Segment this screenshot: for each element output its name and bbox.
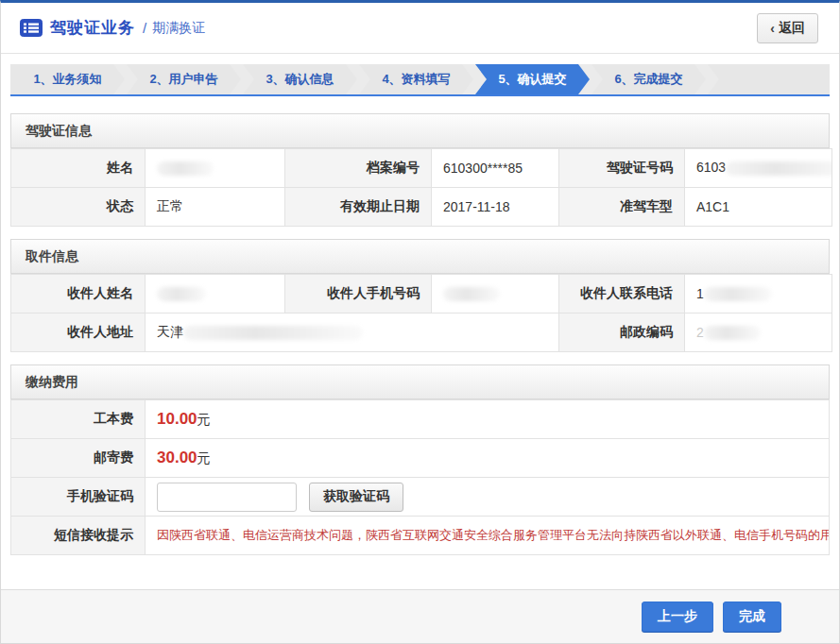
- expiry-date-label: 有效期止日期: [285, 188, 432, 227]
- back-button[interactable]: ‹ 返回: [757, 13, 818, 43]
- pickup-info-table: 收件人姓名 收件人手机号码 收件人联系电话 1 收件人地址 天津 邮政编码 2: [10, 274, 832, 352]
- redacted-recipient-phone: [704, 287, 772, 301]
- redacted-recipient-mobile: [443, 287, 500, 301]
- name-value: [146, 149, 285, 188]
- table-row: 收件人姓名 收件人手机号码 收件人联系电话 1: [11, 275, 832, 314]
- recipient-name-value: [146, 275, 285, 314]
- file-number-value: 610300****85: [432, 149, 559, 188]
- license-info-section: 驾驶证信息 姓名 档案编号 610300****85 驾驶证号码 6103〈 状…: [10, 113, 830, 227]
- file-number-label: 档案编号: [285, 149, 432, 188]
- vehicle-class-label: 准驾车型: [559, 188, 685, 227]
- step-4-fill-data[interactable]: 4、资料填写: [359, 64, 473, 94]
- fees-table: 工本费 10.00元 邮寄费 30.00元 手机验证码 获取验证码 短信接收提示…: [10, 399, 830, 555]
- table-row: 收件人地址 天津 邮政编码 2: [11, 314, 832, 352]
- sms-warning-text: 因陕西省联通、电信运营商技术问题，陕西省互联网交通安全综合服务管理平台无法向持陕…: [157, 519, 817, 551]
- recipient-phone-value: 1: [685, 275, 832, 314]
- footer-action-bar: 上一步 完成: [1, 589, 839, 643]
- step-6-complete-submit[interactable]: 6、完成提交: [591, 64, 706, 94]
- sms-code-cell: 获取验证码: [146, 478, 830, 517]
- fees-section-title: 缴纳费用: [10, 364, 830, 399]
- table-row: 手机验证码 获取验证码: [11, 478, 830, 517]
- license-number-label: 驾驶证号码: [559, 149, 685, 188]
- sms-code-label: 手机验证码: [11, 478, 146, 517]
- recipient-name-label: 收件人姓名: [11, 275, 146, 314]
- driver-license-service-page: 驾驶证业务 / 期满换证 ‹ 返回 1、业务须知 2、用户申告 3、确认信息 4…: [0, 0, 840, 644]
- get-sms-code-button[interactable]: 获取验证码: [309, 483, 403, 512]
- table-row: 姓名 档案编号 610300****85 驾驶证号码 6103〈: [11, 149, 832, 188]
- work-fee-label: 工本费: [11, 400, 146, 439]
- license-section-title: 驾驶证信息: [10, 113, 830, 148]
- back-chevron-icon: ‹: [770, 21, 775, 36]
- name-label: 姓名: [11, 149, 146, 188]
- step-5-confirm-submit[interactable]: 5、确认提交: [475, 64, 590, 94]
- page-title: 驾驶证业务: [50, 17, 135, 39]
- page-header: 驾驶证业务 / 期满换证 ‹ 返回: [1, 3, 839, 54]
- breadcrumb-current: 期满换证: [152, 20, 205, 37]
- step-1-business-notice[interactable]: 1、业务须知: [10, 64, 125, 94]
- redacted-recipient-address: [183, 326, 363, 340]
- work-fee-value: 10.00元: [146, 400, 830, 439]
- finish-button[interactable]: 完成: [723, 602, 781, 632]
- redacted-recipient-name: [157, 287, 206, 301]
- redacted-name: [157, 161, 214, 176]
- back-button-label: 返回: [779, 20, 805, 37]
- recipient-phone-label: 收件人联系电话: [559, 275, 685, 314]
- breadcrumb-separator: /: [143, 20, 146, 36]
- step-2-user-declaration[interactable]: 2、用户申告: [127, 64, 241, 94]
- recipient-mobile-label: 收件人手机号码: [285, 275, 432, 314]
- redacted-postal-code: [704, 326, 761, 340]
- table-row: 状态 正常 有效期止日期 2017-11-18 准驾车型 A1C1: [11, 188, 832, 227]
- table-row: 短信接收提示 因陕西省联通、电信运营商技术问题，陕西省互联网交通安全综合服务管理…: [11, 517, 830, 555]
- recipient-address-label: 收件人地址: [11, 314, 146, 352]
- table-row: 邮寄费 30.00元: [11, 439, 830, 478]
- fees-section: 缴纳费用 工本费 10.00元 邮寄费 30.00元 手机验证码 获取验证码 短…: [10, 364, 830, 555]
- status-label: 状态: [11, 188, 146, 227]
- sms-code-input[interactable]: [157, 483, 297, 512]
- sms-tip-cell: 因陕西省联通、电信运营商技术问题，陕西省互联网交通安全综合服务管理平台无法向持陕…: [146, 517, 830, 555]
- redacted-license-number: [726, 161, 831, 176]
- step-3-confirm-info[interactable]: 3、确认信息: [243, 64, 357, 94]
- postal-code-value: 2: [685, 314, 832, 352]
- license-card-icon: [20, 19, 43, 37]
- sms-tip-label: 短信接收提示: [11, 517, 146, 555]
- mail-fee-value: 30.00元: [146, 439, 830, 478]
- recipient-address-value: 天津: [146, 314, 559, 352]
- vehicle-class-value: A1C1: [685, 188, 832, 227]
- status-value: 正常: [146, 188, 285, 227]
- pickup-section-title: 取件信息: [10, 239, 830, 274]
- previous-step-button[interactable]: 上一步: [642, 602, 713, 632]
- table-row: 工本费 10.00元: [11, 400, 830, 439]
- mail-fee-label: 邮寄费: [11, 439, 146, 478]
- license-number-value: 6103〈: [685, 149, 832, 188]
- postal-code-label: 邮政编码: [559, 314, 685, 352]
- pickup-info-section: 取件信息 收件人姓名 收件人手机号码 收件人联系电话 1 收件人地址 天津 邮政…: [10, 239, 830, 352]
- recipient-mobile-value: [432, 275, 559, 314]
- step-bar-filler: [708, 64, 830, 94]
- expiry-date-value: 2017-11-18: [432, 188, 559, 227]
- license-info-table: 姓名 档案编号 610300****85 驾驶证号码 6103〈 状态 正常 有…: [10, 148, 832, 227]
- wizard-step-bar: 1、业务须知 2、用户申告 3、确认信息 4、资料填写 5、确认提交 6、完成提…: [10, 64, 830, 96]
